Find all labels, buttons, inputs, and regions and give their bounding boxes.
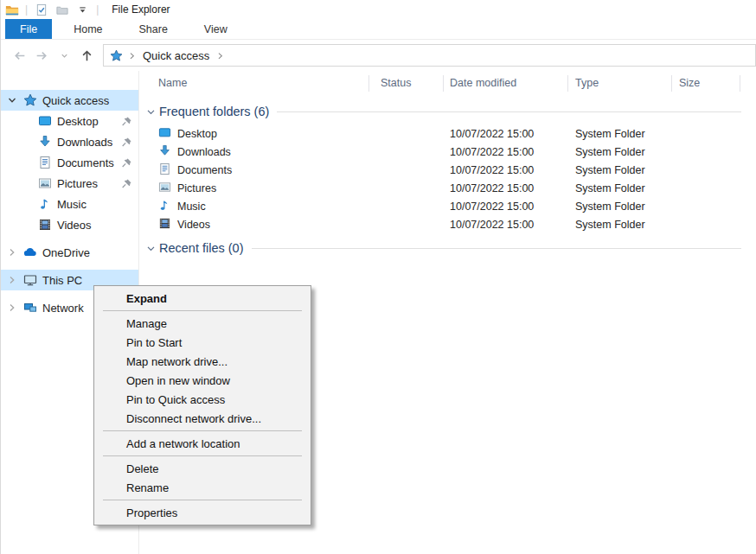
column-headers: Name Status Date modified Type Size	[139, 71, 756, 95]
file-name: Downloads	[177, 146, 231, 158]
properties-icon[interactable]	[34, 3, 48, 16]
sidebar-item-onedrive[interactable]: OneDrive	[1, 242, 138, 263]
chevron-down-icon[interactable]	[144, 242, 157, 254]
downloads-icon	[158, 144, 171, 160]
customize-quick-access-toolbar-icon[interactable]	[75, 3, 90, 16]
sidebar-item-label: Documents	[57, 156, 114, 169]
file-name: Music	[177, 201, 206, 213]
group-header-frequent-folders[interactable]: Frequent folders (6)	[144, 102, 756, 121]
documents-icon	[37, 156, 52, 169]
column-header-type[interactable]: Type	[568, 71, 672, 95]
breadcrumb-chevron-icon[interactable]	[215, 51, 225, 60]
column-header-date-modified[interactable]: Date modified	[444, 71, 568, 95]
titlebar-divider: |	[96, 3, 99, 16]
pin-icon[interactable]	[121, 157, 132, 169]
context-menu-separator	[103, 310, 302, 311]
context-menu-item-manage[interactable]: Manage	[94, 314, 311, 333]
file-row-pictures[interactable]: Pictures 10/07/2022 15:00 System Folder	[139, 179, 756, 197]
sidebar-item-label: Videos	[57, 219, 92, 232]
chevron-down-icon[interactable]	[144, 105, 157, 118]
context-menu-item-rename[interactable]: Rename	[94, 478, 311, 497]
context-menu-item-pin-to-quick-access[interactable]: Pin to Quick access	[94, 390, 311, 409]
context-menu-item-open-in-new-window[interactable]: Open in new window	[94, 371, 311, 390]
tab-share[interactable]: Share	[125, 19, 183, 39]
column-header-name[interactable]: Name	[139, 71, 369, 95]
file-date-modified: 10/07/2022 15:00	[444, 215, 568, 233]
ribbon-tabs: File Home Share View	[1, 19, 756, 40]
file-row-documents[interactable]: Documents 10/07/2022 15:00 System Folder	[139, 161, 756, 179]
explorer-folder-icon	[4, 3, 19, 16]
context-menu-item-add-a-network-location[interactable]: Add a network location	[94, 434, 311, 453]
context-menu-separator	[103, 430, 302, 431]
desktop-icon	[37, 114, 52, 128]
forward-icon[interactable]	[30, 44, 53, 67]
file-type: System Folder	[568, 215, 672, 233]
context-menu-item-properties[interactable]: Properties	[94, 503, 311, 522]
file-type: System Folder	[568, 197, 672, 215]
file-status	[369, 143, 444, 161]
context-menu-item-delete[interactable]: Delete	[94, 459, 311, 478]
sidebar-item-desktop[interactable]: Desktop	[1, 111, 138, 131]
sidebar-item-label: Music	[57, 198, 86, 211]
sidebar-item-label: Quick access	[42, 94, 109, 107]
music-icon	[158, 199, 171, 214]
sidebar-item-videos[interactable]: Videos	[1, 214, 138, 235]
new-folder-icon[interactable]	[54, 3, 69, 16]
back-icon[interactable]	[8, 44, 30, 67]
up-icon[interactable]	[75, 44, 98, 67]
sidebar-item-label: Desktop	[57, 115, 99, 128]
this-pc-icon	[22, 273, 37, 287]
sidebar-item-downloads[interactable]: Downloads	[1, 131, 138, 152]
group-header-label: Frequent folders (6)	[159, 105, 269, 118]
pin-icon[interactable]	[121, 116, 132, 127]
breadcrumb-chevron-icon[interactable]	[127, 51, 137, 60]
titlebar: | | File Explorer	[1, 0, 756, 19]
file-row-music[interactable]: Music 10/07/2022 15:00 System Folder	[139, 197, 756, 215]
group-header-recent-files[interactable]: Recent files (0)	[144, 239, 756, 258]
tab-home[interactable]: Home	[59, 19, 117, 39]
quick-access-star-icon	[110, 49, 123, 62]
recent-locations-chevron-icon[interactable]	[53, 44, 75, 67]
documents-icon	[158, 162, 171, 178]
group-header-rule	[277, 111, 741, 112]
onedrive-icon	[22, 245, 37, 259]
network-icon	[22, 301, 37, 315]
file-date-modified: 10/07/2022 15:00	[444, 161, 568, 179]
chevron-right-icon[interactable]	[6, 302, 18, 314]
file-type: System Folder	[568, 124, 672, 143]
context-menu-separator	[103, 500, 302, 500]
tab-view[interactable]: View	[189, 19, 242, 39]
breadcrumb-quick-access[interactable]: Quick access	[141, 49, 211, 62]
column-header-status[interactable]: Status	[369, 71, 444, 95]
sidebar-item-pictures[interactable]: Pictures	[1, 173, 138, 194]
file-date-modified: 10/07/2022 15:00	[444, 143, 568, 161]
context-menu-item-disconnect-network-drive[interactable]: Disconnect network drive...	[94, 409, 311, 428]
sidebar-item-documents[interactable]: Documents	[1, 152, 138, 173]
file-status	[369, 197, 444, 215]
file-status	[369, 179, 444, 197]
window-title: File Explorer	[112, 3, 170, 16]
context-menu-item-pin-to-start[interactable]: Pin to Start	[94, 333, 311, 352]
file-row-desktop[interactable]: Desktop 10/07/2022 15:00 System Folder	[139, 124, 756, 143]
context-menu-item-map-network-drive[interactable]: Map network drive...	[94, 352, 311, 371]
navigation-bar: Quick access	[1, 40, 756, 71]
chevron-down-icon[interactable]	[6, 94, 18, 106]
chevron-right-icon[interactable]	[6, 274, 18, 286]
chevron-right-icon[interactable]	[6, 246, 18, 258]
titlebar-divider: |	[25, 3, 28, 16]
sidebar-item-label: OneDrive	[42, 246, 90, 259]
context-menu-item-expand[interactable]: Expand	[94, 289, 311, 308]
sidebar-item-quick-access[interactable]: Quick access	[1, 90, 138, 111]
address-bar[interactable]: Quick access	[103, 44, 756, 67]
file-row-downloads[interactable]: Downloads 10/07/2022 15:00 System Folder	[139, 143, 756, 161]
pin-icon[interactable]	[121, 137, 132, 148]
tab-file[interactable]: File	[5, 19, 52, 39]
sidebar-item-music[interactable]: Music	[1, 194, 138, 214]
pin-icon[interactable]	[121, 178, 132, 189]
column-header-size[interactable]: Size	[672, 71, 740, 95]
file-name: Pictures	[177, 182, 216, 194]
pictures-icon	[37, 176, 52, 190]
file-row-videos[interactable]: Videos 10/07/2022 15:00 System Folder	[139, 215, 756, 233]
videos-icon	[158, 217, 171, 232]
group-header-label: Recent files (0)	[159, 241, 244, 255]
